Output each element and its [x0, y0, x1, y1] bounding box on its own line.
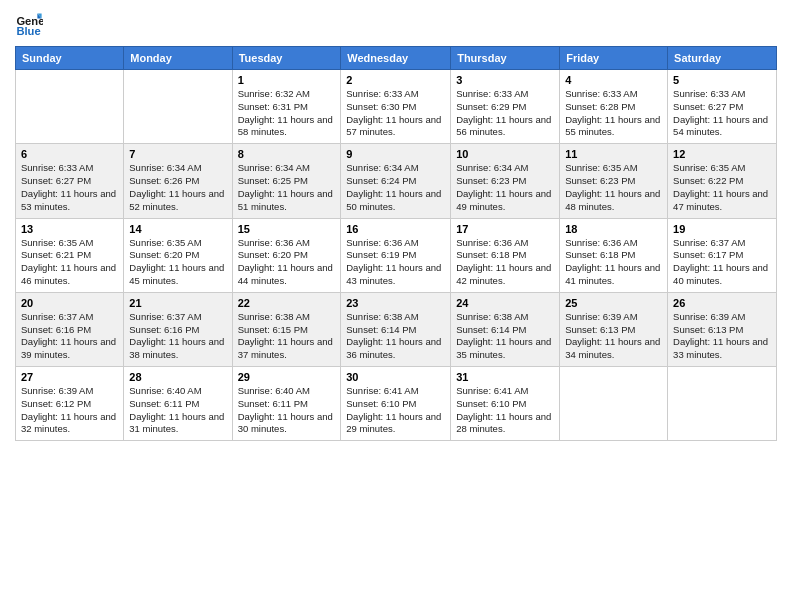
calendar-cell [668, 367, 777, 441]
calendar-cell: 29Sunrise: 6:40 AMSunset: 6:11 PMDayligh… [232, 367, 341, 441]
day-number: 16 [346, 223, 445, 235]
day-number: 17 [456, 223, 554, 235]
day-number: 3 [456, 74, 554, 86]
day-number: 2 [346, 74, 445, 86]
day-number: 12 [673, 148, 771, 160]
day-info: Sunrise: 6:32 AMSunset: 6:31 PMDaylight:… [238, 88, 336, 139]
day-number: 23 [346, 297, 445, 309]
calendar-cell: 13Sunrise: 6:35 AMSunset: 6:21 PMDayligh… [16, 218, 124, 292]
calendar-cell: 2Sunrise: 6:33 AMSunset: 6:30 PMDaylight… [341, 70, 451, 144]
weekday-header: Tuesday [232, 47, 341, 70]
day-number: 19 [673, 223, 771, 235]
calendar-cell: 25Sunrise: 6:39 AMSunset: 6:13 PMDayligh… [560, 292, 668, 366]
day-number: 28 [129, 371, 226, 383]
day-number: 10 [456, 148, 554, 160]
day-number: 26 [673, 297, 771, 309]
calendar-cell: 31Sunrise: 6:41 AMSunset: 6:10 PMDayligh… [451, 367, 560, 441]
calendar-cell [560, 367, 668, 441]
day-info: Sunrise: 6:33 AMSunset: 6:29 PMDaylight:… [456, 88, 554, 139]
day-info: Sunrise: 6:34 AMSunset: 6:23 PMDaylight:… [456, 162, 554, 213]
day-info: Sunrise: 6:34 AMSunset: 6:25 PMDaylight:… [238, 162, 336, 213]
calendar-week-row: 13Sunrise: 6:35 AMSunset: 6:21 PMDayligh… [16, 218, 777, 292]
day-info: Sunrise: 6:38 AMSunset: 6:14 PMDaylight:… [456, 311, 554, 362]
calendar-cell: 6Sunrise: 6:33 AMSunset: 6:27 PMDaylight… [16, 144, 124, 218]
calendar-cell: 27Sunrise: 6:39 AMSunset: 6:12 PMDayligh… [16, 367, 124, 441]
day-number: 14 [129, 223, 226, 235]
calendar-cell: 21Sunrise: 6:37 AMSunset: 6:16 PMDayligh… [124, 292, 232, 366]
day-info: Sunrise: 6:40 AMSunset: 6:11 PMDaylight:… [129, 385, 226, 436]
day-info: Sunrise: 6:38 AMSunset: 6:14 PMDaylight:… [346, 311, 445, 362]
day-number: 6 [21, 148, 118, 160]
day-number: 20 [21, 297, 118, 309]
calendar-cell: 18Sunrise: 6:36 AMSunset: 6:18 PMDayligh… [560, 218, 668, 292]
calendar-cell: 26Sunrise: 6:39 AMSunset: 6:13 PMDayligh… [668, 292, 777, 366]
day-number: 21 [129, 297, 226, 309]
day-number: 22 [238, 297, 336, 309]
calendar-header-row: SundayMondayTuesdayWednesdayThursdayFrid… [16, 47, 777, 70]
header: General Blue [15, 10, 777, 38]
day-number: 27 [21, 371, 118, 383]
day-number: 30 [346, 371, 445, 383]
calendar-cell [124, 70, 232, 144]
calendar-cell: 28Sunrise: 6:40 AMSunset: 6:11 PMDayligh… [124, 367, 232, 441]
day-info: Sunrise: 6:37 AMSunset: 6:17 PMDaylight:… [673, 237, 771, 288]
calendar: SundayMondayTuesdayWednesdayThursdayFrid… [15, 46, 777, 441]
day-number: 7 [129, 148, 226, 160]
calendar-cell: 8Sunrise: 6:34 AMSunset: 6:25 PMDaylight… [232, 144, 341, 218]
day-number: 9 [346, 148, 445, 160]
calendar-cell: 5Sunrise: 6:33 AMSunset: 6:27 PMDaylight… [668, 70, 777, 144]
day-info: Sunrise: 6:39 AMSunset: 6:12 PMDaylight:… [21, 385, 118, 436]
day-number: 4 [565, 74, 662, 86]
calendar-cell: 19Sunrise: 6:37 AMSunset: 6:17 PMDayligh… [668, 218, 777, 292]
weekday-header: Monday [124, 47, 232, 70]
day-info: Sunrise: 6:33 AMSunset: 6:27 PMDaylight:… [21, 162, 118, 213]
calendar-cell: 15Sunrise: 6:36 AMSunset: 6:20 PMDayligh… [232, 218, 341, 292]
day-number: 24 [456, 297, 554, 309]
day-number: 25 [565, 297, 662, 309]
day-info: Sunrise: 6:33 AMSunset: 6:27 PMDaylight:… [673, 88, 771, 139]
day-info: Sunrise: 6:35 AMSunset: 6:23 PMDaylight:… [565, 162, 662, 213]
day-number: 31 [456, 371, 554, 383]
calendar-cell: 17Sunrise: 6:36 AMSunset: 6:18 PMDayligh… [451, 218, 560, 292]
calendar-cell: 12Sunrise: 6:35 AMSunset: 6:22 PMDayligh… [668, 144, 777, 218]
day-info: Sunrise: 6:35 AMSunset: 6:20 PMDaylight:… [129, 237, 226, 288]
calendar-cell: 10Sunrise: 6:34 AMSunset: 6:23 PMDayligh… [451, 144, 560, 218]
day-info: Sunrise: 6:40 AMSunset: 6:11 PMDaylight:… [238, 385, 336, 436]
logo: General Blue [15, 10, 45, 38]
calendar-week-row: 6Sunrise: 6:33 AMSunset: 6:27 PMDaylight… [16, 144, 777, 218]
calendar-cell: 24Sunrise: 6:38 AMSunset: 6:14 PMDayligh… [451, 292, 560, 366]
calendar-cell: 23Sunrise: 6:38 AMSunset: 6:14 PMDayligh… [341, 292, 451, 366]
calendar-week-row: 27Sunrise: 6:39 AMSunset: 6:12 PMDayligh… [16, 367, 777, 441]
day-info: Sunrise: 6:37 AMSunset: 6:16 PMDaylight:… [129, 311, 226, 362]
day-info: Sunrise: 6:35 AMSunset: 6:21 PMDaylight:… [21, 237, 118, 288]
day-number: 13 [21, 223, 118, 235]
calendar-cell: 4Sunrise: 6:33 AMSunset: 6:28 PMDaylight… [560, 70, 668, 144]
weekday-header: Wednesday [341, 47, 451, 70]
day-info: Sunrise: 6:37 AMSunset: 6:16 PMDaylight:… [21, 311, 118, 362]
calendar-cell [16, 70, 124, 144]
day-info: Sunrise: 6:34 AMSunset: 6:26 PMDaylight:… [129, 162, 226, 213]
svg-text:Blue: Blue [16, 25, 40, 37]
day-info: Sunrise: 6:39 AMSunset: 6:13 PMDaylight:… [565, 311, 662, 362]
weekday-header: Thursday [451, 47, 560, 70]
day-info: Sunrise: 6:36 AMSunset: 6:18 PMDaylight:… [456, 237, 554, 288]
day-number: 11 [565, 148, 662, 160]
calendar-cell: 7Sunrise: 6:34 AMSunset: 6:26 PMDaylight… [124, 144, 232, 218]
day-info: Sunrise: 6:33 AMSunset: 6:30 PMDaylight:… [346, 88, 445, 139]
day-info: Sunrise: 6:36 AMSunset: 6:18 PMDaylight:… [565, 237, 662, 288]
weekday-header: Sunday [16, 47, 124, 70]
day-info: Sunrise: 6:36 AMSunset: 6:19 PMDaylight:… [346, 237, 445, 288]
day-info: Sunrise: 6:34 AMSunset: 6:24 PMDaylight:… [346, 162, 445, 213]
day-info: Sunrise: 6:39 AMSunset: 6:13 PMDaylight:… [673, 311, 771, 362]
weekday-header: Friday [560, 47, 668, 70]
page: General Blue SundayMondayTuesdayWednesda… [0, 0, 792, 612]
day-info: Sunrise: 6:35 AMSunset: 6:22 PMDaylight:… [673, 162, 771, 213]
day-info: Sunrise: 6:41 AMSunset: 6:10 PMDaylight:… [456, 385, 554, 436]
calendar-cell: 11Sunrise: 6:35 AMSunset: 6:23 PMDayligh… [560, 144, 668, 218]
calendar-cell: 20Sunrise: 6:37 AMSunset: 6:16 PMDayligh… [16, 292, 124, 366]
day-info: Sunrise: 6:38 AMSunset: 6:15 PMDaylight:… [238, 311, 336, 362]
day-info: Sunrise: 6:36 AMSunset: 6:20 PMDaylight:… [238, 237, 336, 288]
day-number: 29 [238, 371, 336, 383]
day-number: 15 [238, 223, 336, 235]
calendar-cell: 14Sunrise: 6:35 AMSunset: 6:20 PMDayligh… [124, 218, 232, 292]
